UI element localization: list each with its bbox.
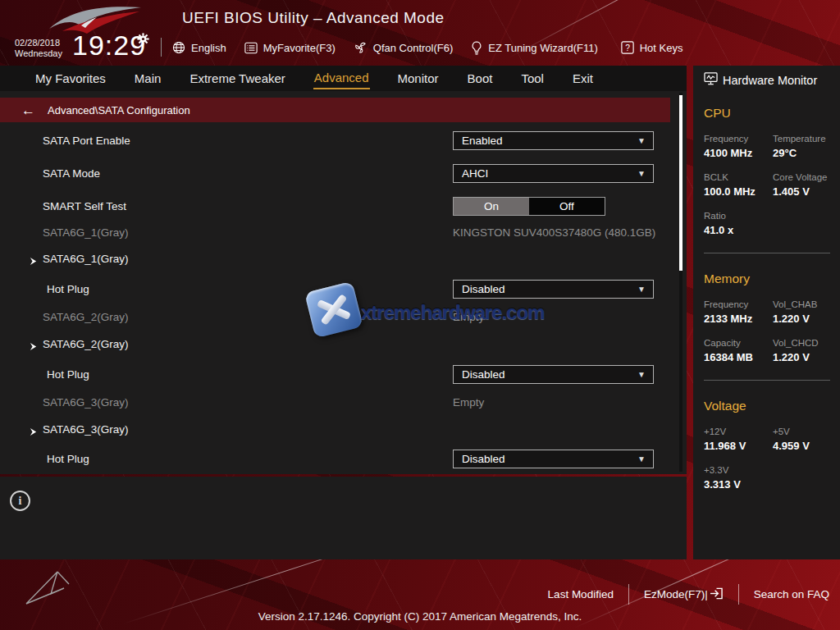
setting-label: SATA Port Enable [43,131,130,151]
toggle-option-off[interactable]: Off [529,198,605,215]
metric-cpu-frequency: Frequency 4100 MHz [704,134,773,159]
hardware-monitor-panel: Hardware Monitor CPU Frequency 4100 MHz … [693,66,840,559]
date-value: 02/28/2018 [15,38,62,48]
breadcrumb: ← Advanced\SATA Configuration [0,98,670,122]
footer-divider [738,584,739,605]
sata-mode-dropdown[interactable]: AHCI ▼ [453,164,654,183]
settings-panel: ← Advanced\SATA Configuration SATA Port … [0,91,687,474]
setting-row: SMART Self Test On Off [0,197,673,217]
app-title: UEFI BIOS Utility – Advanced Mode [182,9,445,27]
hot-keys-button[interactable]: ? Hot Keys [621,41,683,54]
metric-voltage-3v3: +3.3V 3.313 V [704,465,773,491]
hot-plug-3-dropdown[interactable]: Disabled ▼ [453,450,654,468]
top-bar-divider [161,38,162,57]
memory-section-title: Memory [704,272,832,286]
hot-plug-1-dropdown[interactable]: Disabled ▼ [453,280,654,299]
metric-voltage-5v: +5V 4.959 V [773,427,832,452]
top-bar: UEFI BIOS Utility – Advanced Mode 02/28/… [0,0,840,66]
chevron-down-icon: ▼ [637,454,646,463]
submenu-row[interactable]: SATA6G_2(Gray) [0,335,673,354]
submenu-row[interactable]: SATA6G_1(Gray) [0,249,673,269]
search-on-faq-button[interactable]: Search on FAQ [754,588,829,600]
footer-divider [628,584,629,605]
drive-port-label: SATA6G_2(Gray) [43,308,129,327]
chevron-down-icon: ▼ [637,370,646,379]
metric-cpu-ratio: Ratio 41.0 x [704,211,773,236]
breadcrumb-label: Advanced\SATA Configuration [48,104,190,116]
tab-monitor[interactable]: Monitor [397,68,440,89]
metric-cpu-core-voltage: Core Voltage 1.405 V [773,172,832,198]
metric-cpu-bclk: BCLK 100.0 MHz [704,172,773,198]
setting-label: Hot Plug [47,280,89,299]
setting-label: Hot Plug [47,450,89,469]
chevron-down-icon: ▼ [637,285,646,294]
monitor-icon [704,72,718,88]
tab-tool[interactable]: Tool [520,68,545,89]
tab-my-favorites[interactable]: My Favorites [34,68,107,89]
exit-arrow-icon [710,587,724,602]
setting-row: SATA Port Enable Enabled ▼ [0,131,673,151]
hardware-monitor-title: Hardware Monitor [723,74,817,87]
drive-port-label: SATA6G_3(Gray) [43,393,129,413]
version-text: Version 2.17.1246. Copyright (C) 2017 Am… [0,610,840,623]
sidebar-divider [704,380,830,381]
setting-row: SATA Mode AHCI ▼ [0,164,673,184]
chevron-down-icon: ▼ [637,136,646,145]
sidebar-divider [704,253,830,253]
submenu-label: SATA6G_2(Gray) [43,335,129,354]
footer-links: Last Modified EzMode(F7)| Search on FAQ [548,584,829,605]
ez-tuning-wizard-label: EZ Tuning Wizard(F11) [488,42,597,54]
setting-row: Hot Plug Disabled ▼ [0,365,673,385]
rog-wing-sketch-icon [11,566,110,612]
drive-info-row: SATA6G_2(Gray) Empty [0,308,673,327]
voltage-section-title: Voltage [704,399,832,413]
ez-tuning-wizard-button[interactable]: EZ Tuning Wizard(F11) [471,41,597,55]
qfan-control-button[interactable]: Qfan Control(F6) [354,41,454,54]
myfavorite-button[interactable]: MyFavorite(F3) [244,42,336,54]
fan-icon [354,41,368,54]
dropdown-value: AHCI [462,167,488,180]
language-label: English [191,42,226,54]
dropdown-value: Disabled [462,453,505,465]
top-menu: English MyFavorite(F3) Qfan [172,36,682,59]
question-box-icon: ? [621,41,634,54]
tab-exit[interactable]: Exit [572,68,594,89]
main-nav: My Favorites Main Extreme Tweaker Advanc… [0,66,687,91]
back-arrow-icon[interactable]: ← [21,103,35,117]
metric-voltage-12v: +12V 11.968 V [704,427,773,452]
tab-advanced[interactable]: Advanced [313,67,370,89]
drive-port-label: SATA6G_1(Gray) [43,223,129,243]
chevron-right-icon [29,340,38,354]
toggle-option-on[interactable]: On [454,198,529,215]
submenu-label: SATA6G_3(Gray) [43,420,129,440]
setting-label: SMART Self Test [43,197,126,217]
svg-text:?: ? [625,43,630,52]
sata-port-enable-dropdown[interactable]: Enabled ▼ [453,131,654,150]
setting-label: SATA Mode [43,164,100,184]
drive-info-row: SATA6G_1(Gray) KINGSTON SUV400S37480G (4… [0,223,673,243]
cpu-section-title: CPU [704,106,832,121]
last-modified-button[interactable]: Last Modified [548,588,614,600]
tab-boot[interactable]: Boot [467,68,494,89]
language-button[interactable]: English [172,41,226,54]
dropdown-value: Enabled [462,135,503,147]
chevron-right-icon [29,254,38,269]
tab-main[interactable]: Main [134,68,162,89]
tab-extreme-tweaker[interactable]: Extreme Tweaker [189,68,285,89]
drive-model-value: KINGSTON SUV400S37480G (480.1GB) [453,223,655,243]
help-info-panel: i [0,477,687,559]
hot-keys-label: Hot Keys [640,42,683,54]
scrollbar-thumb[interactable] [679,95,682,271]
weekday-value: Wednesday [15,48,62,59]
hot-plug-2-dropdown[interactable]: Disabled ▼ [453,365,654,384]
smart-self-test-toggle[interactable]: On Off [453,197,605,216]
ezmode-button[interactable]: EzMode(F7)| [644,587,724,602]
dropdown-value: Disabled [462,283,505,295]
setting-label: Hot Plug [47,365,89,385]
submenu-label: SATA6G_1(Gray) [43,249,129,269]
clock-settings-gear-icon[interactable] [137,33,149,48]
submenu-row[interactable]: SATA6G_3(Gray) [0,420,673,440]
date-display: 02/28/2018 Wednesday [15,38,62,59]
footer: Last Modified EzMode(F7)| Search on FAQ … [0,559,840,630]
chevron-down-icon: ▼ [637,169,646,178]
